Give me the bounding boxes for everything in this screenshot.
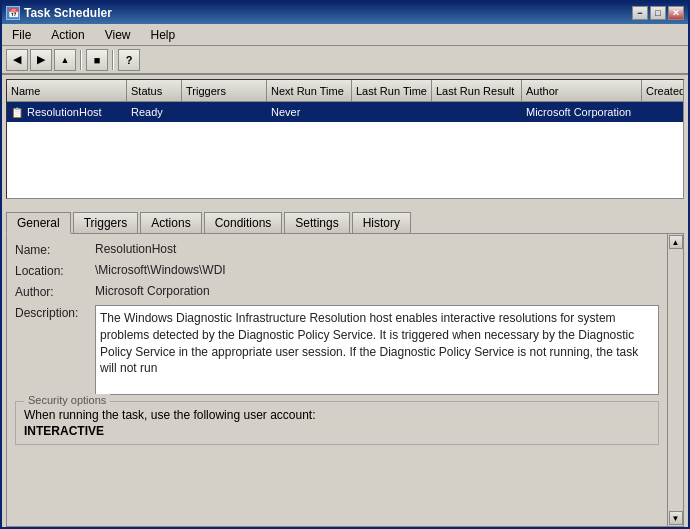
col-last-run[interactable]: Last Run Time [352, 80, 432, 101]
tabs-bar: General Triggers Actions Conditions Sett… [6, 211, 684, 233]
tab-history[interactable]: History [352, 212, 411, 234]
cell-next-run: Never [267, 102, 352, 122]
tab-general[interactable]: General [6, 212, 71, 234]
tabs-section: General Triggers Actions Conditions Sett… [6, 207, 684, 527]
scroll-track [669, 249, 683, 511]
location-label: Location: [15, 263, 95, 278]
menu-view[interactable]: View [99, 26, 137, 44]
author-value: Microsoft Corporation [95, 284, 210, 298]
security-title: Security options [24, 394, 110, 406]
cell-created [642, 102, 683, 122]
security-user-label: When running the task, use the following… [24, 408, 650, 422]
cell-last-result [432, 102, 522, 122]
cell-status: Ready [127, 102, 182, 122]
col-triggers[interactable]: Triggers [182, 80, 267, 101]
tab-settings[interactable]: Settings [284, 212, 349, 234]
table-header: Name Status Triggers Next Run Time Last … [7, 80, 683, 102]
app-icon: 📅 [6, 6, 20, 20]
toolbar-separator-2 [112, 50, 114, 70]
field-row-author: Author: Microsoft Corporation [15, 284, 659, 299]
description-value: The Windows Diagnostic Infrastructure Re… [95, 305, 659, 395]
window-title: Task Scheduler [24, 6, 112, 20]
menu-action[interactable]: Action [45, 26, 90, 44]
field-row-name: Name: ResolutionHost [15, 242, 659, 257]
cell-name: 📋 ResolutionHost [7, 102, 127, 122]
title-bar-left: 📅 Task Scheduler [6, 6, 112, 20]
location-value: \Microsoft\Windows\WDI [95, 263, 226, 277]
title-bar-controls: − □ ✕ [632, 6, 684, 20]
name-label: Name: [15, 242, 95, 257]
toolbar-separator-1 [80, 50, 82, 70]
table-row[interactable]: 📋 ResolutionHost Ready Never Microsoft C… [7, 102, 683, 122]
tab-content-area: Name: ResolutionHost Location: \Microsof… [6, 233, 684, 527]
tab-content-general: Name: ResolutionHost Location: \Microsof… [7, 234, 667, 526]
main-content: Name Status Triggers Next Run Time Last … [2, 74, 688, 529]
col-name[interactable]: Name [7, 80, 127, 101]
restore-button[interactable]: □ [650, 6, 666, 20]
scroll-down-button[interactable]: ▼ [669, 511, 683, 525]
back-button[interactable]: ◀ [6, 49, 28, 71]
toolbar: ◀ ▶ ▲ ■ ? [2, 46, 688, 74]
tab-conditions[interactable]: Conditions [204, 212, 283, 234]
task-list-area: Name Status Triggers Next Run Time Last … [6, 79, 684, 199]
help-button[interactable]: ? [118, 49, 140, 71]
tab-triggers[interactable]: Triggers [73, 212, 139, 234]
menu-file[interactable]: File [6, 26, 37, 44]
menu-help[interactable]: Help [145, 26, 182, 44]
minimize-button[interactable]: − [632, 6, 648, 20]
security-user-value: INTERACTIVE [24, 424, 650, 438]
cell-triggers [182, 102, 267, 122]
show-hide-button[interactable]: ■ [86, 49, 108, 71]
tab-actions[interactable]: Actions [140, 212, 201, 234]
task-icon: 📋 [11, 107, 23, 118]
forward-button[interactable]: ▶ [30, 49, 52, 71]
col-last-result[interactable]: Last Run Result [432, 80, 522, 101]
name-value: ResolutionHost [95, 242, 176, 256]
cell-last-run [352, 102, 432, 122]
security-section: Security options When running the task, … [15, 401, 659, 445]
title-bar: 📅 Task Scheduler − □ ✕ [2, 2, 688, 24]
col-status[interactable]: Status [127, 80, 182, 101]
field-row-description: Description: The Windows Diagnostic Infr… [15, 305, 659, 395]
description-label: Description: [15, 305, 95, 320]
col-author[interactable]: Author [522, 80, 642, 101]
scroll-up-button[interactable]: ▲ [669, 235, 683, 249]
col-created[interactable]: Created [642, 80, 683, 101]
main-window: 📅 Task Scheduler − □ ✕ File Action View … [0, 0, 690, 529]
cell-author: Microsoft Corporation [522, 102, 642, 122]
scrollbar-vertical: ▲ ▼ [667, 234, 683, 526]
field-row-location: Location: \Microsoft\Windows\WDI [15, 263, 659, 278]
close-button[interactable]: ✕ [668, 6, 684, 20]
col-next-run[interactable]: Next Run Time [267, 80, 352, 101]
menu-bar: File Action View Help [2, 24, 688, 46]
author-label: Author: [15, 284, 95, 299]
up-button[interactable]: ▲ [54, 49, 76, 71]
